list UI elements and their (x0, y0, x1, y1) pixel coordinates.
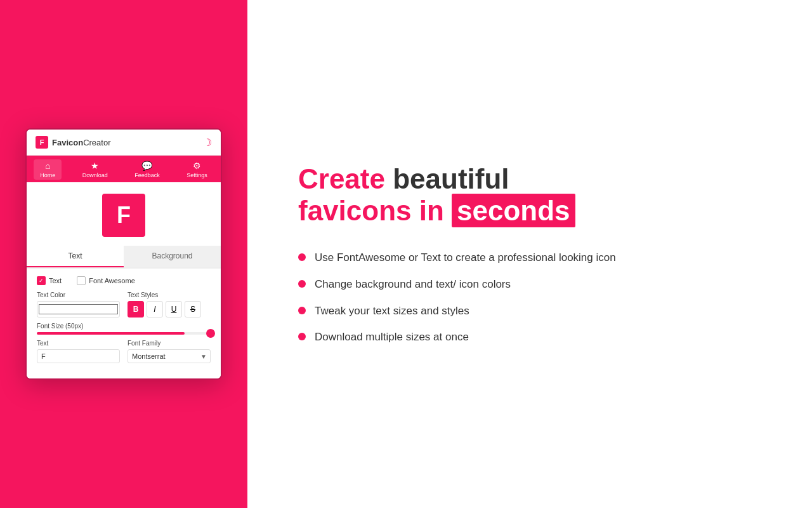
tab-text[interactable]: Text (27, 246, 124, 267)
form-section: ✓ Text Font Awesome Text Color Text Styl… (27, 269, 221, 378)
font-family-label: Font Family (128, 340, 211, 347)
app-header: F FaviconCreator ☽ (27, 130, 221, 156)
favicon-preview: F (102, 194, 145, 237)
feature-text-2: Change background and text/ icon colors (315, 277, 511, 292)
feature-item-1: Use FontAwesome or Text to create a prof… (298, 250, 616, 265)
right-section: Create beautiful favicons in seconds Use… (247, 0, 812, 508)
font-awesome-checkbox[interactable]: Font Awesome (77, 276, 135, 285)
font-family-wrapper: Montserrat Arial Roboto Open Sans Lato ▼ (128, 349, 211, 363)
nav-home[interactable]: ⌂ Home (34, 159, 62, 180)
word-favicons: favicons in (298, 195, 444, 226)
slider-fill (37, 332, 185, 335)
feature-item-3: Tweak your text sizes and styles (298, 304, 616, 319)
nav-feedback[interactable]: 💬 Feedback (128, 159, 166, 180)
text-font-row: Text Font Family Montserrat Arial Roboto… (37, 340, 211, 363)
checkbox-filled-icon: ✓ (37, 276, 46, 285)
feedback-icon: 💬 (141, 161, 152, 171)
style-buttons: B I U S (128, 301, 211, 318)
font-size-slider-container: Font Size (50px) (37, 323, 211, 335)
tabs-container: Text Background (27, 246, 221, 269)
headline-line1: Create beautiful (298, 163, 616, 196)
checkbox-row: ✓ Text Font Awesome (37, 276, 211, 285)
marketing-content: Create beautiful favicons in seconds Use… (298, 163, 616, 345)
download-icon: ★ (91, 161, 99, 171)
feature-item-2: Change background and text/ icon colors (298, 277, 616, 292)
feature-text-4: Download multiple sizes at once (315, 330, 469, 345)
text-input[interactable] (37, 349, 120, 363)
text-color-label: Text Color (37, 291, 120, 298)
text-input-label: Text (37, 340, 120, 347)
text-color-input[interactable] (37, 301, 120, 318)
word-beautiful: beautiful (393, 163, 509, 194)
logo-text: FaviconCreator (52, 138, 110, 147)
bullet-dot-1 (298, 253, 306, 261)
slider-thumb[interactable] (206, 329, 215, 338)
word-create: Create (298, 163, 385, 194)
bullet-dot-2 (298, 280, 306, 288)
feature-text-3: Tweak your text sizes and styles (315, 304, 469, 319)
font-family-select[interactable]: Montserrat Arial Roboto Open Sans Lato (128, 349, 211, 363)
left-section: F FaviconCreator ☽ ⌂ Home ★ Download 💬 F… (0, 0, 247, 508)
text-styles-col: Text Styles B I U S (128, 291, 211, 318)
strikethrough-button[interactable]: S (185, 301, 201, 318)
feature-item-4: Download multiple sizes at once (298, 330, 616, 345)
tab-background[interactable]: Background (124, 246, 221, 267)
nav-settings[interactable]: ⚙ Settings (180, 159, 214, 180)
app-logo: F FaviconCreator (36, 136, 110, 149)
font-family-col: Font Family Montserrat Arial Roboto Open… (128, 340, 211, 363)
logo-icon: F (36, 136, 48, 149)
feature-text-1: Use FontAwesome or Text to create a prof… (315, 250, 616, 265)
settings-icon: ⚙ (193, 161, 201, 171)
underline-button[interactable]: U (166, 301, 182, 318)
word-seconds: seconds (452, 194, 575, 227)
app-nav: ⌂ Home ★ Download 💬 Feedback ⚙ Settings (27, 156, 221, 182)
preview-area: F (27, 182, 221, 246)
bullet-dot-3 (298, 307, 306, 314)
color-styles-row: Text Color Text Styles B I U S (37, 291, 211, 318)
bullet-dot-4 (298, 333, 306, 340)
checkbox-empty-icon (77, 276, 86, 285)
text-input-col: Text (37, 340, 120, 363)
app-window: F FaviconCreator ☽ ⌂ Home ★ Download 💬 F… (25, 128, 222, 380)
headline: Create beautiful favicons in seconds (298, 163, 616, 227)
text-color-col: Text Color (37, 291, 120, 318)
text-styles-label: Text Styles (128, 291, 211, 298)
font-size-label: Font Size (50px) (37, 323, 211, 330)
feature-list: Use FontAwesome or Text to create a prof… (298, 250, 616, 345)
text-checkbox[interactable]: ✓ Text (37, 276, 62, 285)
bold-button[interactable]: B (128, 301, 144, 318)
favicon-letter: F (117, 202, 131, 229)
nav-download[interactable]: ★ Download (76, 159, 114, 180)
headline-line2: favicons in seconds (298, 195, 616, 227)
slider-track (37, 332, 211, 335)
home-icon: ⌂ (45, 161, 50, 171)
moon-icon[interactable]: ☽ (203, 137, 212, 149)
italic-button[interactable]: I (147, 301, 163, 318)
